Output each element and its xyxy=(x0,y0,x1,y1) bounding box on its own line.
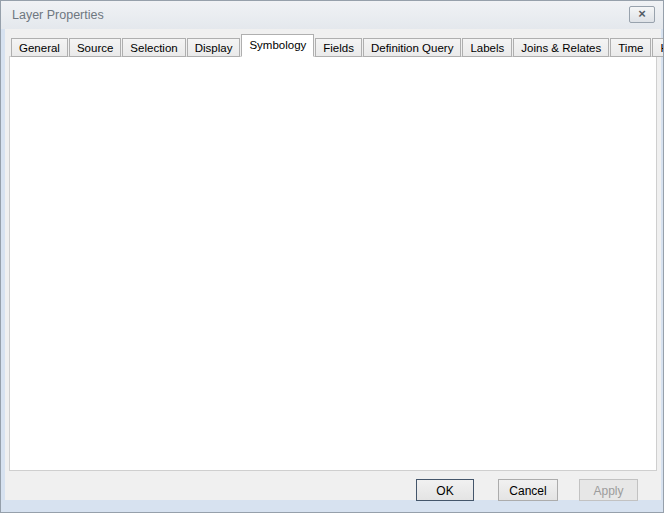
ok-button[interactable]: OK xyxy=(416,479,474,501)
tab-source[interactable]: Source xyxy=(69,38,121,57)
layer-properties-dialog: Layer Properties × GeneralSourceSelectio… xyxy=(0,0,664,513)
tab-bar: GeneralSourceSelectionDisplaySymbologyFi… xyxy=(11,34,664,57)
tab-selection[interactable]: Selection xyxy=(122,38,185,57)
dialog-title: Layer Properties xyxy=(12,8,104,22)
tab-display[interactable]: Display xyxy=(187,38,241,57)
tab-definition-query[interactable]: Definition Query xyxy=(363,38,461,57)
tab-labels[interactable]: Labels xyxy=(462,38,512,57)
title-bar[interactable]: Layer Properties × xyxy=(1,1,663,29)
tab-fields[interactable]: Fields xyxy=(315,38,362,57)
cancel-button[interactable]: Cancel xyxy=(498,479,558,501)
tab-general[interactable]: General xyxy=(11,38,68,57)
tab-symbology[interactable]: Symbology xyxy=(241,34,314,57)
tab-html-popup[interactable]: HTML Popup xyxy=(652,38,664,57)
apply-button[interactable]: Apply xyxy=(579,479,638,501)
symbology-tab-page xyxy=(9,56,657,471)
tab-time[interactable]: Time xyxy=(610,38,651,57)
close-icon[interactable]: × xyxy=(629,6,655,23)
tab-joins-relates[interactable]: Joins & Relates xyxy=(513,38,609,57)
